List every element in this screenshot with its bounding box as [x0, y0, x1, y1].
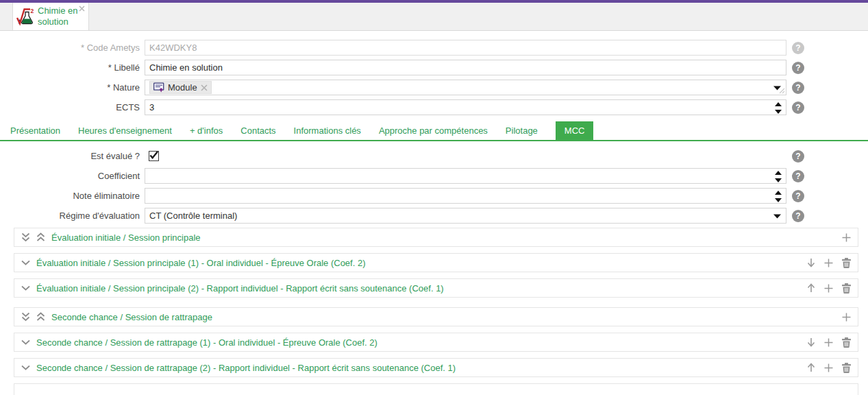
delete-trash-icon[interactable]: [842, 337, 851, 348]
ects-field[interactable]: [145, 99, 786, 115]
chevron-down-icon[interactable]: [21, 285, 30, 291]
help-icon[interactable]: ?: [792, 170, 804, 182]
resize-grip-icon[interactable]: [779, 88, 785, 94]
tab-contacts[interactable]: Contacts: [240, 121, 275, 140]
session-row-eval-initiale-2[interactable]: Évaluation initiale / Session principale…: [14, 278, 858, 298]
help-icon[interactable]: ?: [792, 210, 804, 222]
ects-input[interactable]: [149, 100, 771, 115]
libelle-label: * Libellé: [0, 62, 145, 73]
group-chevrons: [21, 312, 45, 322]
nature-field[interactable]: Module: [145, 80, 786, 95]
add-icon[interactable]: [824, 338, 833, 347]
coefficient-label: Coefficient: [0, 171, 145, 181]
move-up-icon[interactable]: [807, 283, 815, 293]
row-actions: [842, 313, 851, 322]
document-tab-strip: 2 Chimie en solution: [0, 3, 868, 31]
dropdown-caret-icon[interactable]: [773, 214, 781, 219]
est-evalue-label: Est évalué ?: [0, 151, 145, 161]
session-group-evaluation-initiale[interactable]: Évaluation initiale / Session principale: [14, 228, 858, 247]
tab-informations-cles[interactable]: Informations clés: [294, 121, 361, 140]
move-down-icon[interactable]: [807, 258, 815, 267]
help-icon[interactable]: ?: [792, 82, 804, 94]
svg-text:2: 2: [31, 8, 34, 14]
field-row-note-eliminatoire: Note éliminatoire ?: [0, 188, 868, 204]
module-certificate-icon: [153, 82, 164, 93]
help-icon[interactable]: ?: [792, 42, 804, 54]
move-down-icon[interactable]: [807, 337, 815, 347]
document-tab-chimie-en-solution[interactable]: 2 Chimie en solution: [12, 3, 89, 30]
session-row-title: Seconde chance / Session de rattrapage (…: [36, 337, 807, 348]
session-row-eval-initiale-1[interactable]: Évaluation initiale / Session principale…: [14, 253, 858, 272]
field-row-libelle: * Libellé ?: [0, 60, 868, 75]
collapse-all-icon[interactable]: [21, 312, 30, 322]
chevron-down-icon[interactable]: [21, 260, 30, 265]
help-icon[interactable]: ?: [792, 190, 804, 202]
add-icon[interactable]: [842, 233, 851, 242]
delete-trash-icon[interactable]: [842, 283, 851, 294]
note-eliminatoire-input[interactable]: [149, 189, 771, 203]
note-eliminatoire-field[interactable]: [145, 188, 786, 204]
chevron-down-icon[interactable]: [21, 365, 30, 370]
collapse-all-icon[interactable]: [21, 232, 30, 242]
remove-nature-icon[interactable]: [201, 84, 208, 91]
field-row-code-ametys: * Code Ametys ?: [0, 40, 868, 56]
regime-evaluation-field[interactable]: CT (Contrôle terminal): [145, 208, 786, 224]
document-tab-title: Chimie en solution: [38, 5, 80, 28]
help-icon[interactable]: ?: [792, 101, 804, 114]
move-up-icon[interactable]: [807, 363, 815, 372]
regime-evaluation-value: CT (Contrôle terminal): [149, 211, 237, 221]
code-ametys-input: [149, 40, 771, 55]
row-actions: [807, 258, 851, 268]
tab-d-infos[interactable]: + d'infos: [190, 121, 223, 140]
mcc-panel: Est évalué ? ? Coefficient ? Note élimin…: [0, 141, 868, 224]
session-group-title: Seconde chance / Session de rattrapage: [51, 312, 842, 322]
coefficient-field[interactable]: [145, 168, 786, 184]
session-row-seconde-chance-1[interactable]: Seconde chance / Session de rattrapage (…: [14, 333, 858, 352]
tab-mcc[interactable]: MCC: [556, 121, 594, 140]
session-group-title: Évaluation initiale / Session principale: [51, 232, 842, 243]
libelle-field[interactable]: [145, 60, 786, 75]
session-group-seconde-chance[interactable]: Seconde chance / Session de rattrapage: [14, 307, 858, 326]
libelle-input[interactable]: [149, 60, 771, 75]
coefficient-input[interactable]: [149, 169, 771, 183]
expand-all-icon[interactable]: [36, 232, 45, 242]
tab-heures-enseignement[interactable]: Heures d'enseignement: [78, 121, 172, 140]
number-spinner-icon[interactable]: [775, 102, 782, 114]
delete-trash-icon[interactable]: [842, 363, 851, 373]
session-row-seconde-chance-2[interactable]: Seconde chance / Session de rattrapage (…: [14, 358, 858, 377]
est-evalue-checkbox[interactable]: [149, 151, 159, 161]
row-actions: [807, 337, 851, 348]
nature-chip-module[interactable]: Module: [149, 81, 212, 94]
field-row-nature: * Nature Module: [0, 80, 868, 95]
header-form: * Code Ametys ? * Libellé ? * Nature: [0, 31, 868, 115]
session-row-title: Évaluation initiale / Session principale…: [36, 283, 807, 294]
add-icon[interactable]: [842, 313, 851, 322]
field-row-regime-evaluation: Régime d'évaluation CT (Contrôle termina…: [0, 208, 868, 224]
session-row-partial: [14, 383, 858, 395]
add-icon[interactable]: [824, 363, 833, 372]
number-spinner-icon[interactable]: [775, 191, 782, 202]
ametys-window: 2 Chimie en solution * Code Ametys ? * L…: [0, 0, 868, 395]
code-ametys-field: [145, 40, 786, 56]
tab-presentation[interactable]: Présentation: [10, 121, 60, 140]
mcc-sessions-list: Évaluation initiale / Session principale…: [0, 228, 868, 395]
session-row-title: Évaluation initiale / Session principale…: [36, 258, 807, 268]
chevron-down-icon[interactable]: [21, 339, 30, 345]
help-icon[interactable]: ?: [792, 150, 804, 163]
help-icon[interactable]: ?: [792, 62, 804, 74]
number-spinner-icon[interactable]: [775, 171, 782, 182]
course-flask-icon: 2: [16, 8, 35, 26]
tab-pilotage[interactable]: Pilotage: [506, 121, 538, 140]
tab-approche-par-competences[interactable]: Approche par compétences: [379, 121, 488, 140]
code-ametys-label: * Code Ametys: [0, 43, 145, 53]
expand-all-icon[interactable]: [36, 312, 45, 322]
add-icon[interactable]: [824, 284, 833, 293]
field-row-coefficient: Coefficient ?: [0, 168, 868, 184]
delete-trash-icon[interactable]: [842, 258, 851, 268]
note-eliminatoire-label: Note éliminatoire: [0, 191, 145, 201]
field-row-est-evalue: Est évalué ? ?: [0, 148, 868, 164]
content-tab-bar: Présentation Heures d'enseignement + d'i…: [0, 121, 868, 141]
add-icon[interactable]: [824, 259, 833, 267]
close-tab-icon[interactable]: [79, 5, 85, 12]
row-actions: [807, 283, 851, 294]
